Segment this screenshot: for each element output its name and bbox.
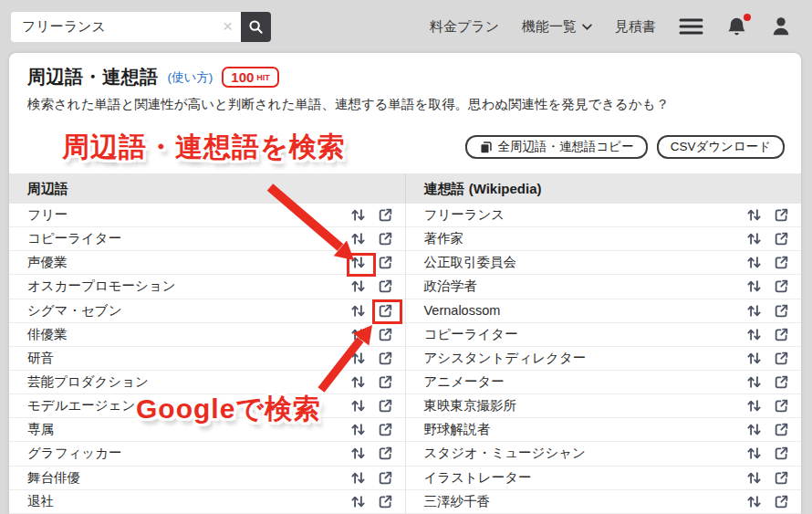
research-word-icon[interactable] <box>746 327 762 342</box>
external-link-icon[interactable] <box>774 398 789 414</box>
external-link-icon[interactable] <box>378 231 393 247</box>
word-label: 芸能プロダクション <box>27 373 149 391</box>
word-row: イラストレーター <box>406 467 802 490</box>
external-link-icon[interactable] <box>378 446 393 461</box>
research-word-icon[interactable] <box>746 398 762 414</box>
highlight-box-research-icon <box>347 253 376 277</box>
peripheral-words-column: フリー <box>9 204 406 514</box>
word-label: フリー <box>27 206 68 224</box>
word-row: グラフィッカー <box>9 442 405 466</box>
external-link-icon[interactable] <box>774 303 789 319</box>
word-row: シグマ・セブン <box>9 299 405 323</box>
word-row: オスカープロモーション <box>9 275 405 299</box>
word-label: スタジオ・ミュージシャン <box>424 445 586 462</box>
external-link-icon[interactable] <box>378 327 393 342</box>
word-row: フリー <box>9 204 405 227</box>
nav-quote[interactable]: 見積書 <box>615 18 656 36</box>
menu-icon[interactable] <box>679 16 703 37</box>
word-row: 公正取引委員会 <box>406 251 802 275</box>
word-row: コピーライター <box>406 323 802 347</box>
research-word-icon[interactable] <box>746 278 762 294</box>
word-label: アニメーター <box>424 373 505 391</box>
word-label: イラストレーター <box>424 469 532 487</box>
word-row: フリーランス <box>406 204 802 227</box>
research-word-icon[interactable] <box>350 351 366 366</box>
word-row: 俳優業 <box>9 323 405 347</box>
research-word-icon[interactable] <box>746 255 762 270</box>
nav-pricing[interactable]: 料金プラン <box>430 18 499 36</box>
research-word-icon[interactable] <box>746 374 762 390</box>
associated-words-column: フリーランス <box>406 204 802 514</box>
account-icon[interactable] <box>770 16 792 37</box>
word-row: 東映東京撮影所 <box>406 394 802 418</box>
research-word-icon[interactable] <box>350 494 366 509</box>
word-label: 舞台俳優 <box>27 469 80 487</box>
word-label: コピーライター <box>27 230 121 247</box>
external-link-icon[interactable] <box>774 278 789 294</box>
external-link-icon[interactable] <box>378 374 393 390</box>
hit-unit: HIT <box>256 73 270 82</box>
research-word-icon[interactable] <box>350 446 366 461</box>
clear-search-icon[interactable]: × <box>223 17 233 35</box>
external-link-icon[interactable] <box>378 255 393 270</box>
word-row: アニメーター <box>406 371 802 394</box>
copy-all-label: 全周辺語・連想語コピー <box>498 139 634 155</box>
search-button[interactable] <box>241 12 271 42</box>
external-link-icon[interactable] <box>774 351 789 366</box>
external-link-icon[interactable] <box>378 207 393 223</box>
external-link-icon[interactable] <box>774 470 789 486</box>
external-link-icon[interactable] <box>774 327 789 342</box>
external-link-icon[interactable] <box>378 278 393 294</box>
research-word-icon[interactable] <box>746 303 762 319</box>
research-word-icon[interactable] <box>746 470 762 486</box>
research-word-icon[interactable] <box>350 207 366 223</box>
research-word-icon[interactable] <box>350 231 366 247</box>
research-word-icon[interactable] <box>746 351 762 366</box>
external-link-icon[interactable] <box>774 207 789 223</box>
usage-link[interactable]: (使い方) <box>168 69 213 86</box>
external-link-icon[interactable] <box>378 351 393 366</box>
search-group: × <box>11 12 271 42</box>
research-word-icon[interactable] <box>746 422 762 437</box>
research-word-icon[interactable] <box>746 231 762 247</box>
external-link-icon[interactable] <box>378 470 393 486</box>
search-input[interactable] <box>11 12 241 42</box>
hit-count: 100 <box>231 69 254 85</box>
search-icon <box>248 19 264 35</box>
research-word-icon[interactable] <box>350 422 366 437</box>
word-label: コピーライター <box>424 326 518 343</box>
word-row: 舞台俳優 <box>9 467 405 490</box>
word-row: 退社 <box>9 490 405 514</box>
word-label: シグマ・セブン <box>27 302 122 320</box>
column-header-associated: 連想語 (Wikipedia) <box>406 173 802 204</box>
external-link-icon[interactable] <box>378 494 393 509</box>
copy-all-button[interactable]: 全周辺語・連想語コピー <box>465 135 648 159</box>
external-link-icon[interactable] <box>774 231 789 247</box>
external-link-icon[interactable] <box>774 422 789 437</box>
research-word-icon[interactable] <box>746 207 762 223</box>
word-row: 野球解説者 <box>406 418 802 442</box>
chevron-down-icon <box>582 24 592 30</box>
external-link-icon[interactable] <box>774 446 789 461</box>
research-word-icon[interactable] <box>350 470 366 486</box>
research-word-icon[interactable] <box>350 278 366 294</box>
copy-icon <box>479 141 493 154</box>
research-word-icon[interactable] <box>350 374 366 390</box>
word-row: アシスタントディレクター <box>406 347 802 371</box>
external-link-icon[interactable] <box>378 398 393 414</box>
csv-download-button[interactable]: CSVダウンロード <box>657 135 785 159</box>
research-word-icon[interactable] <box>746 446 762 461</box>
external-link-icon[interactable] <box>774 494 789 509</box>
word-row: 政治学者 <box>406 275 802 299</box>
external-link-icon[interactable] <box>378 422 393 437</box>
word-label: 退社 <box>27 493 54 510</box>
external-link-icon[interactable] <box>774 255 789 270</box>
external-link-icon[interactable] <box>774 374 789 390</box>
research-word-icon[interactable] <box>746 494 762 509</box>
research-word-icon[interactable] <box>350 303 366 319</box>
research-word-icon[interactable] <box>350 398 366 414</box>
nav-features[interactable]: 機能一覧 <box>522 18 592 36</box>
research-word-icon[interactable] <box>350 327 366 342</box>
word-label: 三澤紗千香 <box>424 493 491 510</box>
word-label: 研音 <box>27 350 54 367</box>
